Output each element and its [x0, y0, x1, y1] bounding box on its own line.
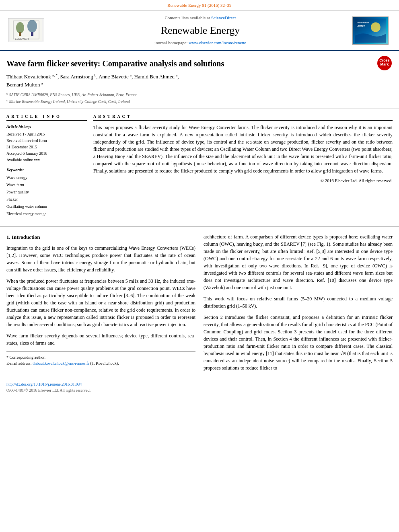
article-title-section: Cross Mark Wave farm flicker severity: C… — [0, 51, 399, 109]
homepage-link[interactable]: www.elsevier.com/locate/renene — [189, 40, 246, 45]
keyword-4: Flicker — [6, 196, 87, 203]
svg-text:Mark: Mark — [380, 62, 389, 66]
svg-text:Cross: Cross — [379, 58, 390, 62]
journal-cover-area: Renewable Energy — [352, 16, 393, 45]
keywords-section: Keywords: Wave energy Wave farm Power qu… — [6, 167, 87, 218]
svg-point-4 — [27, 20, 37, 33]
journal-title: Renewable Energy — [52, 23, 348, 38]
homepage-text: journal homepage: — [154, 40, 189, 45]
doi-link[interactable]: http://dx.doi.org/10.1016/j.renene.2016.… — [6, 382, 82, 386]
revised-date: Received in revised form31 December 2015 — [6, 138, 87, 150]
authors-text-2: Bernard Multon a — [6, 82, 43, 88]
affiliation-b: b Marine Renewable Energy Ireland, Unive… — [6, 99, 130, 104]
sciencedirect-link[interactable]: ScienceDirect — [211, 15, 236, 20]
keyword-5: Oscillating water column — [6, 203, 87, 210]
keyword-3: Power quality — [6, 189, 87, 196]
intro-section-label: Introduction — [12, 234, 40, 240]
intro-section-title: 1. Introduction — [6, 233, 195, 241]
intro-section-number: 1. — [6, 234, 12, 240]
intro-para-2: When the produced power fluctuates at fr… — [6, 277, 195, 328]
abstract-text: This paper proposes a flicker severity s… — [93, 124, 393, 175]
right-para-1: architecture of farm. A comparison of di… — [204, 233, 393, 291]
online-date: Available online xxx — [6, 157, 87, 163]
homepage-line: journal homepage: www.elsevier.com/locat… — [52, 40, 348, 46]
elsevier-logo: ELSEVIER — [4, 18, 48, 43]
svg-rect-5 — [31, 32, 33, 36]
svg-rect-3 — [19, 32, 21, 36]
footnote-divider — [6, 351, 195, 354]
svg-text:ELSEVIER: ELSEVIER — [15, 37, 29, 40]
keyword-6: Electrical energy storage — [6, 210, 87, 218]
info-abstract-section: A R T I C L E I N F O Article history: R… — [0, 109, 399, 227]
intro-para-3: Wave farm flicker severity depends on se… — [6, 332, 195, 347]
authors: Thibaut Kovaltchouk a, *, Sara Armstrong… — [6, 73, 393, 89]
footnote-name: (T. Kovaltchouk). — [90, 361, 119, 366]
received-date: Received 17 April 2015 — [6, 131, 87, 138]
keywords-label: Keywords: — [6, 167, 87, 173]
abstract-heading: A B S T R A C T — [93, 114, 393, 121]
keyword-1: Wave energy — [6, 174, 87, 181]
citation-text: Renewable Energy 91 (2016) 32–39 — [167, 3, 231, 8]
copyright-line: © 2016 Elsevier Ltd. All rights reserved… — [93, 178, 393, 184]
svg-point-2 — [16, 22, 24, 33]
footnote: * Corresponding author. E-mail address: … — [6, 354, 195, 366]
right-para-3: Section 2 introduces the flicker constra… — [204, 314, 393, 372]
right-para-2: This work will focus on relative small f… — [204, 295, 393, 310]
affiliations: a SATIE CNRS UMR8029, ENS Rennes, UEB, A… — [6, 91, 393, 105]
intro-para-1: Integration to the grid is one of the ke… — [6, 244, 195, 273]
keyword-2: Wave farm — [6, 181, 87, 189]
authors-text: Thibaut Kovaltchouk a, *, Sara Armstrong… — [6, 74, 179, 80]
accepted-date: Accepted 6 January 2016 — [6, 150, 87, 157]
issn-text: 0960-1481/© 2016 Elsevier Ltd. All right… — [6, 388, 90, 392]
citation-bar: Renewable Energy 91 (2016) 32–39 — [0, 0, 399, 11]
abstract-column: A B S T R A C T This paper proposes a fl… — [93, 114, 393, 222]
footnote-asterisk: * Corresponding author. — [6, 355, 45, 359]
footnote-email-label: E-mail address: — [6, 361, 33, 366]
elsevier-logo-image: ELSEVIER — [8, 18, 44, 42]
elsevier-logo-area: ELSEVIER — [4, 18, 48, 43]
svg-text:Renewable: Renewable — [357, 21, 370, 24]
journal-cover-image: Renewable Energy — [352, 16, 389, 45]
article-title: Wave farm flicker severity: Comparative … — [6, 58, 393, 69]
article-info-heading: A R T I C L E I N F O — [6, 114, 87, 121]
body-right-column: architecture of farm. A comparison of di… — [204, 233, 393, 376]
abstract-heading-text: A B S T R A C T — [93, 114, 130, 119]
crossmark-logo: Cross Mark — [376, 55, 393, 71]
article-info-column: A R T I C L E I N F O Article history: R… — [6, 114, 87, 222]
affiliation-a: a SATIE CNRS UMR8029, ENS Rennes, UEB, A… — [6, 92, 137, 97]
svg-point-8 — [371, 22, 380, 32]
history-label: Article history: — [6, 124, 87, 130]
article-history: Article history: Received 17 April 2015 … — [6, 124, 87, 163]
article-info-heading-text: A R T I C L E I N F O — [6, 114, 60, 119]
journal-info-center: Contents lists available at ScienceDirec… — [48, 15, 352, 46]
contents-line: Contents lists available at ScienceDirec… — [52, 15, 348, 21]
footnote-email-link[interactable]: thibaut.kovaltchouk@ens-rennes.fr — [33, 361, 89, 366]
body-section: 1. Introduction Integration to the grid … — [0, 227, 399, 376]
contents-text: Contents lists available at — [165, 15, 211, 20]
body-left-column: 1. Introduction Integration to the grid … — [6, 233, 195, 376]
footer-bar: http://dx.doi.org/10.1016/j.renene.2016.… — [0, 379, 399, 396]
journal-header: ELSEVIER Contents lists available at Sci… — [0, 11, 399, 51]
svg-text:Energy: Energy — [357, 24, 365, 27]
